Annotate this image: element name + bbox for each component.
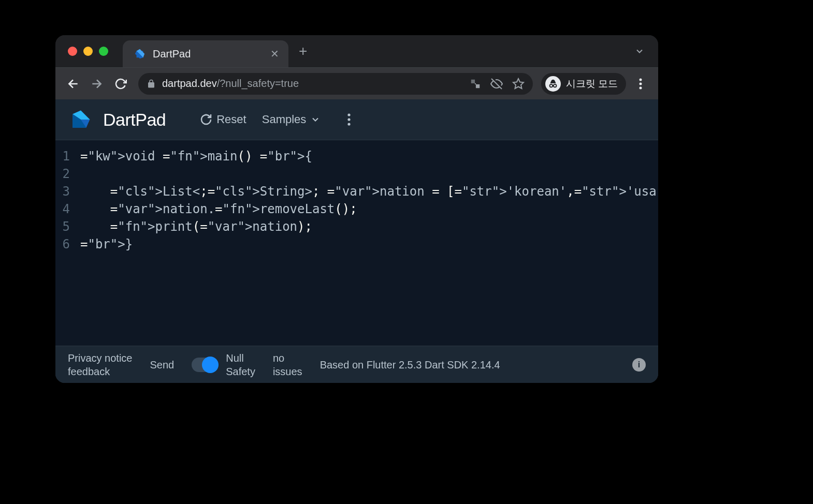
app-menu-button[interactable] <box>347 113 351 126</box>
reload-button[interactable] <box>111 75 130 93</box>
app-footer: Privacy notice feedback Send Null Safety… <box>55 346 658 383</box>
svg-point-8 <box>554 84 557 87</box>
issues-label[interactable]: no issues <box>273 351 302 378</box>
svg-point-17 <box>348 118 351 121</box>
dart-logo-icon <box>70 109 92 130</box>
close-window-button[interactable] <box>68 47 77 56</box>
star-icon[interactable] <box>512 78 525 90</box>
svg-point-10 <box>640 78 642 81</box>
app-toolbar: DartPad Reset Samples <box>55 99 658 140</box>
svg-point-7 <box>549 84 553 87</box>
app-title: DartPad <box>103 110 166 130</box>
eye-off-icon[interactable] <box>490 78 503 90</box>
maximize-window-button[interactable] <box>99 47 108 56</box>
tabs-dropdown-button[interactable] <box>634 46 649 56</box>
translate-icon[interactable] <box>470 78 481 90</box>
forward-button[interactable] <box>88 75 106 93</box>
new-tab-button[interactable]: + <box>299 44 307 58</box>
null-safety-label: Null Safety <box>226 351 255 378</box>
dartpad-app: DartPad Reset Samples 1 <box>55 99 658 383</box>
svg-point-18 <box>348 123 351 125</box>
incognito-profile-button[interactable]: 시크릿 모드 <box>541 73 626 95</box>
chevron-down-icon <box>310 114 321 125</box>
close-tab-button[interactable]: ✕ <box>270 48 279 60</box>
send-feedback-link[interactable]: Send <box>150 358 175 372</box>
browser-tab[interactable]: DartPad ✕ <box>123 40 288 67</box>
incognito-icon <box>545 76 561 92</box>
samples-dropdown[interactable]: Samples <box>260 110 323 129</box>
browser-window: DartPad ✕ + dartpad.dev/?null_safety=tru… <box>55 35 658 383</box>
url-field[interactable]: dartpad.dev/?null_safety=true <box>138 73 533 95</box>
app-body: 1 2 3 4 5 6 ="kw">void ="fn">main() ="br… <box>55 140 658 346</box>
window-controls <box>68 47 108 56</box>
minimize-window-button[interactable] <box>83 47 93 56</box>
svg-point-12 <box>640 86 642 89</box>
privacy-link[interactable]: Privacy notice feedback <box>68 351 133 378</box>
url-text: dartpad.dev/?null_safety=true <box>162 78 299 90</box>
back-button[interactable] <box>64 75 82 93</box>
sdk-version-label: Based on Flutter 2.5.3 Dart SDK 2.14.4 <box>320 358 615 372</box>
browser-menu-button[interactable] <box>631 78 650 90</box>
svg-point-16 <box>348 113 351 116</box>
svg-point-11 <box>640 82 642 85</box>
tab-title: DartPad <box>153 48 263 60</box>
reset-icon <box>200 113 212 126</box>
line-gutter: 1 2 3 4 5 6 <box>55 140 75 346</box>
svg-marker-6 <box>513 79 524 88</box>
code-editor[interactable]: 1 2 3 4 5 6 ="kw">void ="fn">main() ="br… <box>55 140 658 346</box>
dart-favicon-icon <box>134 48 146 60</box>
reset-button[interactable]: Reset <box>198 110 248 129</box>
lock-icon <box>147 79 156 88</box>
code-content[interactable]: ="kw">void ="fn">main() ="br">{ ="cls">L… <box>75 140 658 346</box>
info-icon[interactable]: i <box>632 358 646 372</box>
null-safety-toggle-group: Null Safety <box>192 351 255 378</box>
browser-tabbar: DartPad ✕ + <box>55 35 658 67</box>
browser-addressbar: dartpad.dev/?null_safety=true 시크릿 모드 <box>55 67 658 99</box>
null-safety-toggle[interactable] <box>192 358 217 372</box>
